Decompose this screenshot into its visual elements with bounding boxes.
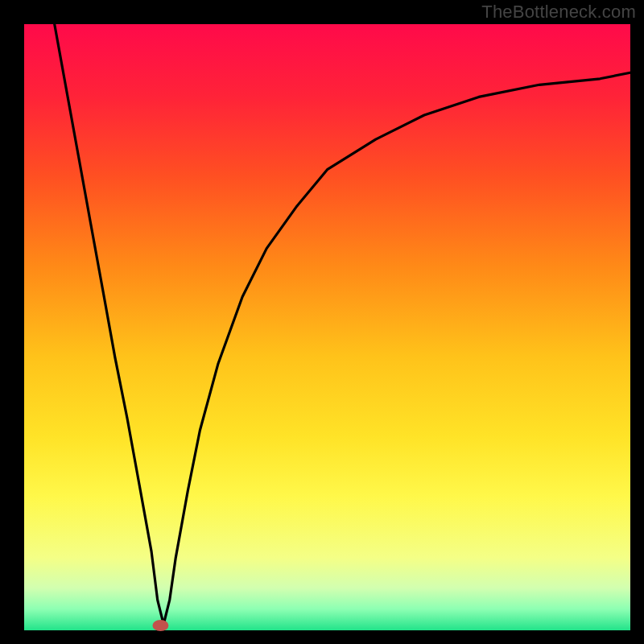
optimal-point-marker: [152, 620, 168, 631]
watermark-text: TheBottleneck.com: [481, 2, 636, 23]
chart-frame: TheBottleneck.com: [0, 0, 644, 644]
bottleneck-chart: [0, 0, 644, 644]
plot-background: [24, 24, 630, 630]
